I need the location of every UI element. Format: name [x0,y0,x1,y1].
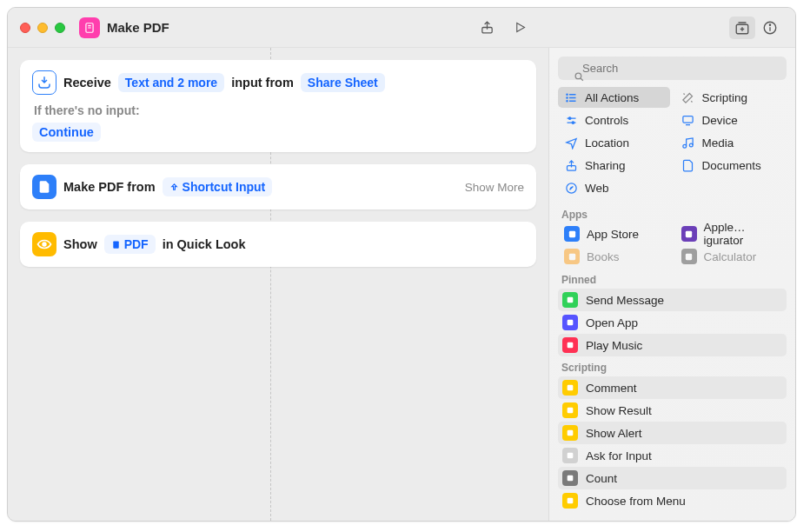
svg-rect-37 [568,320,574,326]
category-web[interactable]: Web [558,177,670,198]
svg-rect-26 [683,116,693,123]
shortcut-icon [79,17,100,38]
input-types-token[interactable]: Text and 2 more [118,73,224,92]
search-icon [574,70,585,86]
zoom-window-button[interactable] [55,23,65,33]
pdf-variable-token[interactable]: PDF [104,235,156,254]
svg-rect-41 [568,430,574,436]
action-item[interactable]: Open App [558,311,787,334]
svg-rect-44 [568,498,574,504]
svg-point-19 [566,94,567,95]
category-controls[interactable]: Controls [558,110,670,130]
svg-rect-43 [568,475,574,482]
category-scripting[interactable]: Scripting [675,87,787,108]
pinned-list: Send MessageOpen AppPlay Music [549,289,795,356]
svg-point-25 [572,121,574,123]
svg-rect-34 [568,253,574,259]
minimize-window-button[interactable] [37,23,48,33]
shortcut-input-token[interactable]: Shortcut Input [163,177,273,196]
source-token[interactable]: Share Sheet [301,73,385,92]
close-window-button[interactable] [20,23,30,33]
slider-icon [564,113,578,127]
show-label: Show [63,237,97,251]
list-icon [564,90,578,104]
svg-rect-35 [686,253,692,259]
action-icon [562,470,578,486]
app-icon [564,226,580,242]
library-toggle-button[interactable] [729,17,755,39]
titlebar: Make PDF [8,8,795,48]
monitor-icon [681,113,695,127]
make-pdf-label: Make PDF from [63,180,156,194]
category-grid: All ActionsScriptingControlsDeviceLocati… [549,87,795,203]
make-pdf-icon [32,175,56,199]
app-icon [681,226,697,242]
action-icon [562,493,578,509]
quick-look-suffix: in Quick Look [163,237,246,251]
action-item[interactable]: Count [558,467,787,489]
svg-marker-4 [516,23,524,32]
quick-look-icon [32,232,56,256]
action-item[interactable]: Comment [558,376,787,399]
pinned-section-label: Pinned [549,269,795,289]
action-item[interactable]: Send Message [558,289,787,311]
search-wrap [558,57,787,80]
no-input-behavior-token[interactable]: Continue [32,123,101,142]
music-icon [681,136,695,150]
svg-rect-42 [568,453,574,459]
show-more-button[interactable]: Show More [465,181,524,194]
category-location[interactable]: Location [558,132,670,153]
from-text: input from [231,76,294,90]
shortcuts-window: Make PDF Receive [7,7,796,522]
svg-rect-32 [568,230,574,236]
quick-look-card[interactable]: Show PDF in Quick Look [20,222,536,267]
svg-point-28 [683,144,687,148]
svg-rect-39 [568,385,574,391]
action-icon [562,402,578,418]
window-controls [20,23,65,33]
action-icon [562,292,578,308]
svg-line-15 [581,78,583,81]
action-item[interactable]: Play Music [558,334,787,356]
share-icon [564,158,578,172]
share-button[interactable] [474,17,500,39]
action-item[interactable]: Show Result [558,399,787,422]
category-media[interactable]: Media [675,132,787,153]
svg-point-11 [769,24,770,25]
category-sharing[interactable]: Sharing [558,155,670,176]
run-button[interactable] [507,17,533,39]
svg-rect-40 [568,408,574,414]
wand-icon [681,90,695,104]
make-pdf-card[interactable]: Make PDF from Shortcut Input Show More [20,164,536,209]
action-icon [562,315,578,330]
info-button[interactable] [757,17,783,39]
svg-point-12 [43,243,46,246]
svg-rect-13 [113,241,118,248]
svg-point-24 [568,116,571,119]
svg-point-21 [566,100,567,101]
action-item[interactable]: Ask for Input [558,444,787,467]
action-icon [562,380,578,396]
action-item[interactable]: Show Alert [558,422,787,444]
app-item[interactable]: Calculator [675,246,787,267]
receive-input-card[interactable]: Receive Text and 2 more input from Share… [20,60,536,152]
no-input-label: If there's no input: [34,103,524,117]
app-item[interactable]: Books [558,246,670,267]
category-device[interactable]: Device [675,110,787,130]
svg-point-14 [575,73,581,79]
app-item[interactable]: App Store [558,223,670,244]
scripting-list: CommentShow ResultShow AlertAsk for Inpu… [549,376,795,512]
svg-point-20 [566,96,567,97]
search-input[interactable] [558,57,787,80]
svg-rect-33 [686,230,692,236]
action-item[interactable]: Choose from Menu [558,489,787,512]
action-icon [562,337,578,353]
app-icon [564,249,580,264]
svg-rect-36 [568,297,574,303]
app-icon [681,249,697,264]
category-documents[interactable]: Documents [675,155,787,176]
app-item[interactable]: Apple…igurator [675,223,787,244]
receive-label: Receive [63,76,111,90]
category-all-actions[interactable]: All Actions [558,87,670,108]
svg-rect-38 [568,342,574,349]
